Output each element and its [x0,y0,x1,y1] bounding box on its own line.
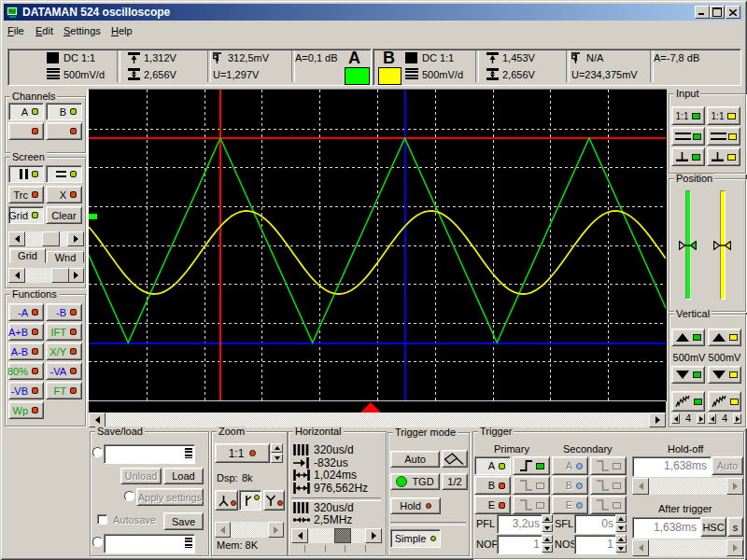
after-trigger-input[interactable]: 1,638ms [632,517,701,539]
function-wp-button[interactable]: Wp [8,401,44,419]
channel-a-enable-button[interactable]: A [8,103,44,120]
tgd-button[interactable]: TGD [390,473,440,490]
pfl-increment[interactable] [542,514,553,523]
average-a-button[interactable] [671,391,705,412]
primary-a-edge-button[interactable] [513,456,550,475]
position-a-slider-thumb[interactable] [679,241,697,250]
function-ab-button[interactable]: A+B [8,323,44,341]
file-bottom-menu-icon[interactable] [185,538,192,548]
secondary-e-button[interactable]: E [552,496,588,514]
simple-mode-button[interactable]: Simple [390,529,441,548]
primary-e-button[interactable]: E [474,496,511,514]
maximize-button[interactable] [710,6,725,19]
close-button[interactable] [726,6,740,19]
range-up-a-button[interactable] [671,329,705,346]
average-b-button[interactable] [708,391,741,412]
zoom-increment[interactable] [271,443,283,453]
file-top-menu-icon[interactable] [185,448,192,458]
load-button[interactable]: Load [163,468,204,484]
after-trigger-scrollbar[interactable] [632,539,743,556]
autosave-checkbox[interactable] [97,514,107,525]
sfl-decrement[interactable] [615,524,627,532]
holdoff-input[interactable]: 1,638ms [632,456,712,477]
input-coupling-a-button[interactable] [671,127,705,146]
primary-e-edge-button[interactable] [513,496,550,514]
primary-a-button[interactable]: A [474,456,511,475]
secondary-b-button[interactable]: B [552,476,588,495]
secondary-b-edge-button[interactable] [590,476,627,495]
function-vb-button[interactable]: -VB [8,382,44,399]
nop-input[interactable]: 1 [497,535,543,554]
function-ab-button[interactable]: A-B [8,343,44,360]
function-a-button[interactable]: -A [8,303,44,321]
channel-b-aux-button[interactable] [46,122,82,140]
nop-decrement[interactable] [542,544,553,553]
input-gain-b-button[interactable]: 1:1 [707,106,740,125]
tab-grid[interactable]: Grid [9,248,46,263]
pfl-input[interactable]: 3,2us [497,514,543,534]
count-a-decrement[interactable] [671,413,680,424]
function-xy-button[interactable]: X/Y [46,343,82,360]
flag-button[interactable] [442,450,468,468]
nop-increment[interactable] [542,535,553,543]
function-b-button[interactable]: -B [46,303,82,321]
scope-horizontal-scrollbar[interactable] [89,413,666,427]
range-down-b-button[interactable] [708,366,741,384]
zoom-decrement[interactable] [271,454,283,463]
primary-b-button[interactable]: B [474,476,511,495]
grid-intensity-scrollbar[interactable] [8,231,84,246]
input-gain-a-button[interactable]: 1:1 [671,106,705,125]
menu-edit[interactable]: Edit [35,22,53,40]
x-mode-button[interactable]: X [46,186,82,203]
secondary-a-edge-button[interactable] [590,456,627,475]
apply-settings-button[interactable]: Apply settings [136,488,204,506]
count-b-increment[interactable] [733,413,741,424]
holdoff-scrollbar[interactable] [632,478,743,495]
sfl-input[interactable]: 0s [574,514,617,534]
file-top-radio[interactable] [92,447,103,457]
range-up-b-button[interactable] [708,329,741,346]
secondary-e-edge-button[interactable] [590,496,627,514]
position-b-slider-thumb[interactable] [713,241,731,250]
function-ft-button[interactable]: FT [46,382,82,399]
clear-button[interactable]: Clear [46,206,82,224]
menu-help[interactable]: Help [111,22,133,40]
input-coupling-b-button[interactable] [707,127,740,146]
auto-mode-button[interactable]: Auto [390,451,440,468]
nos-input[interactable]: 1 [574,535,617,554]
channel-a-aux-button[interactable] [8,122,44,140]
pfl-decrement[interactable] [542,524,553,532]
apply-settings-radio[interactable] [124,491,134,501]
menu-file[interactable]: File [7,22,24,40]
unload-button[interactable]: Unload [120,468,162,484]
title-bar[interactable]: DATAMAN 524 oscilloscope [4,4,743,21]
hsc-button[interactable]: HSC [700,517,726,537]
function-80-button[interactable]: 80% [8,362,44,380]
hold-button[interactable]: Hold [390,497,441,514]
count-b-decrement[interactable] [708,413,716,424]
pause-button[interactable] [8,165,44,183]
sfl-increment[interactable] [615,514,627,523]
timebase-scrollbar[interactable] [291,528,382,543]
zoom-scrollbar[interactable] [215,522,284,538]
range-down-a-button[interactable] [671,366,705,384]
file-top-input[interactable] [104,444,195,464]
zoom-segment-button[interactable] [263,490,285,511]
file-bottom-input[interactable] [104,534,195,553]
zoom-window-button[interactable] [239,490,261,511]
grid-button[interactable]: Grid [8,206,44,224]
holdoff-auto-button[interactable]: Auto [712,456,743,475]
lines-mode-button[interactable] [46,165,82,183]
secondary-a-button[interactable]: A [552,456,588,475]
function-va-button[interactable]: -VA [46,362,82,380]
trigger-position-marker[interactable] [360,402,381,413]
input-ground-b-button[interactable] [707,147,740,166]
trc-button[interactable]: Trc [8,186,44,203]
nos-decrement[interactable] [615,544,627,553]
save-button[interactable]: Save [163,512,204,530]
function-ift-button[interactable]: IFT [46,323,82,341]
menu-settings[interactable]: Settings [63,22,101,40]
input-ground-a-button[interactable] [671,147,705,166]
zoom-all-button[interactable] [215,490,238,511]
file-bottom-radio[interactable] [92,537,103,547]
